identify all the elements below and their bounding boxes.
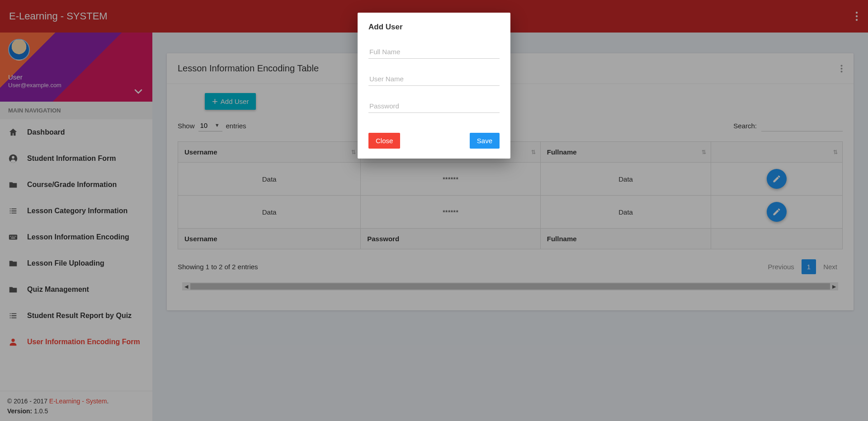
add-user-modal: Add User Close Save xyxy=(358,13,510,159)
save-button[interactable]: Save xyxy=(470,133,500,149)
close-button[interactable]: Close xyxy=(368,133,400,149)
username-input[interactable] xyxy=(368,72,500,86)
modal-title: Add User xyxy=(368,23,500,32)
fullname-input[interactable] xyxy=(368,45,500,59)
password-input[interactable] xyxy=(368,99,500,113)
